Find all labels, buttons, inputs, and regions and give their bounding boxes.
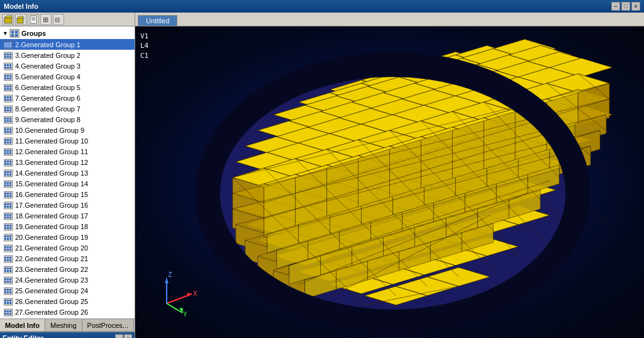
svg-rect-36	[9, 67, 11, 69]
tree-item-label: 10.Generated Group 9	[15, 127, 84, 134]
svg-rect-195	[4, 313, 6, 315]
tree-item-25[interactable]: 26.Generated Group 25	[0, 296, 135, 307]
tree-item-10[interactable]: 11.Generated Group 10	[0, 135, 135, 146]
svg-rect-18	[7, 43, 9, 45]
svg-rect-73	[4, 128, 6, 130]
svg-rect-69	[4, 120, 6, 122]
tree-item-11[interactable]: 12.Generated Group 11	[0, 146, 135, 157]
entity-editor-close[interactable]: ×	[124, 334, 132, 339]
grid-3d	[135, 26, 644, 338]
tree-item-16[interactable]: 17.Generated Group 16	[0, 200, 135, 210]
svg-rect-86	[4, 149, 13, 155]
tree-item-13[interactable]: 14.Generated Group 13	[0, 167, 135, 178]
tree-item-21[interactable]: 22.Generated Group 21	[0, 253, 135, 264]
svg-rect-31	[4, 64, 6, 66]
tab-postprocess[interactable]: PostProces...	[82, 319, 134, 331]
tree-item-3[interactable]: 4.Generated Group 3	[0, 60, 135, 71]
svg-rect-190	[9, 302, 11, 304]
tree-item-20[interactable]: 21.Generated Group 20	[0, 242, 135, 253]
tree-item-8[interactable]: 9.Generated Group 8	[0, 114, 135, 125]
group-icon	[4, 115, 14, 124]
tab-meshing[interactable]: Meshing	[45, 319, 82, 331]
tree-item-12[interactable]: 13.Generated Group 12	[0, 157, 135, 167]
group-icon	[4, 286, 14, 295]
tree-item-24[interactable]: 25.Generated Group 24	[0, 285, 135, 296]
group-icon	[4, 179, 14, 188]
group-icon	[4, 40, 14, 49]
group-icon	[4, 308, 14, 317]
minimize-button[interactable]: −	[611, 2, 620, 11]
tree-item-6[interactable]: 7.Generated Group 6	[0, 93, 135, 103]
toolbar-btn-2[interactable]	[15, 14, 26, 25]
svg-rect-101	[4, 171, 6, 173]
svg-rect-196	[7, 313, 9, 315]
svg-rect-72	[4, 127, 13, 134]
svg-rect-185	[4, 300, 6, 301]
svg-rect-111	[4, 184, 6, 186]
svg-rect-59	[4, 107, 6, 109]
canvas-3d: V1 L4 C1	[135, 26, 644, 338]
svg-rect-119	[7, 195, 9, 197]
svg-rect-14	[11, 34, 14, 37]
svg-rect-118	[4, 195, 6, 197]
svg-rect-82	[9, 139, 11, 141]
tree-item-label: 21.Generated Group 20	[15, 244, 88, 252]
svg-rect-186	[7, 300, 9, 301]
svg-rect-148	[9, 238, 11, 240]
toolbar-btn-5[interactable]: ⊟	[53, 14, 64, 25]
tree-item-15[interactable]: 16.Generated Group 15	[0, 189, 135, 200]
tree-item-18[interactable]: 19.Generated Group 18	[0, 221, 135, 232]
entity-editor-min[interactable]: −	[115, 334, 123, 339]
tree-item-5[interactable]: 6.Generated Group 5	[0, 82, 135, 93]
title-bar-buttons: − □ ×	[611, 2, 640, 11]
svg-rect-140	[7, 227, 9, 229]
main-layout: ⊞ ⊟ ▼	[0, 13, 644, 338]
svg-rect-187	[9, 300, 11, 301]
svg-rect-13	[15, 31, 18, 33]
group-icon	[4, 201, 14, 210]
svg-rect-191	[4, 309, 13, 316]
maximize-button[interactable]: □	[621, 2, 630, 11]
tree-item-19[interactable]: 20.Generated Group 19	[0, 232, 135, 242]
tree-item-7[interactable]: 8.Generated Group 7	[0, 103, 135, 114]
viewport-tab-untitled[interactable]: Untitled	[138, 15, 177, 26]
svg-rect-124	[9, 203, 11, 205]
toolbar-btn-4[interactable]: ⊞	[40, 14, 52, 25]
svg-rect-130	[7, 214, 9, 216]
tab-model-info[interactable]: Model Info	[0, 319, 45, 331]
svg-rect-30	[4, 63, 13, 70]
group-icon	[4, 244, 14, 252]
tree-item-9[interactable]: 10.Generated Group 9	[0, 125, 135, 135]
svg-text:Y: Y	[183, 310, 187, 318]
tree-item-26[interactable]: 27.Generated Group 26	[0, 307, 135, 317]
svg-rect-136	[4, 225, 6, 227]
svg-rect-43	[9, 77, 11, 79]
tree-item-label: 11.Generated Group 10	[15, 137, 88, 145]
svg-rect-141	[9, 227, 11, 229]
toolbar-btn-3[interactable]	[28, 14, 39, 25]
tree-item-17[interactable]: 18.Generated Group 17	[0, 210, 135, 221]
svg-rect-33	[9, 64, 11, 66]
tree-item-14[interactable]: 15.Generated Group 14	[0, 178, 135, 189]
tree-item-23[interactable]: 24.Generated Group 23	[0, 274, 135, 285]
svg-rect-114	[4, 191, 13, 198]
svg-rect-37	[4, 74, 13, 81]
tree-item-1[interactable]: 2.Generated Group 1	[0, 39, 135, 50]
svg-rect-22	[9, 45, 11, 47]
tree-item-label: 15.Generated Group 14	[15, 180, 88, 188]
tree-item-label: 4.Generated Group 3	[15, 62, 80, 70]
group-icon	[4, 94, 14, 103]
tree-area[interactable]: ▼ Groups	[0, 26, 135, 318]
tree-item-2[interactable]: 3.Generated Group 2	[0, 50, 135, 60]
toolbar-btn-1[interactable]	[3, 14, 14, 25]
title-bar: Model Info − □ ×	[0, 0, 644, 13]
app-title: Model Info	[4, 3, 38, 10]
tree-item-4[interactable]: 5.Generated Group 4	[0, 71, 135, 82]
svg-rect-77	[7, 131, 9, 133]
close-button[interactable]: ×	[631, 2, 640, 11]
tree-item-label: 24.Generated Group 23	[15, 276, 88, 284]
svg-rect-146	[4, 238, 6, 240]
svg-rect-172	[7, 278, 9, 280]
tree-item-22[interactable]: 23.Generated Group 22	[0, 264, 135, 274]
svg-rect-12	[11, 31, 14, 33]
